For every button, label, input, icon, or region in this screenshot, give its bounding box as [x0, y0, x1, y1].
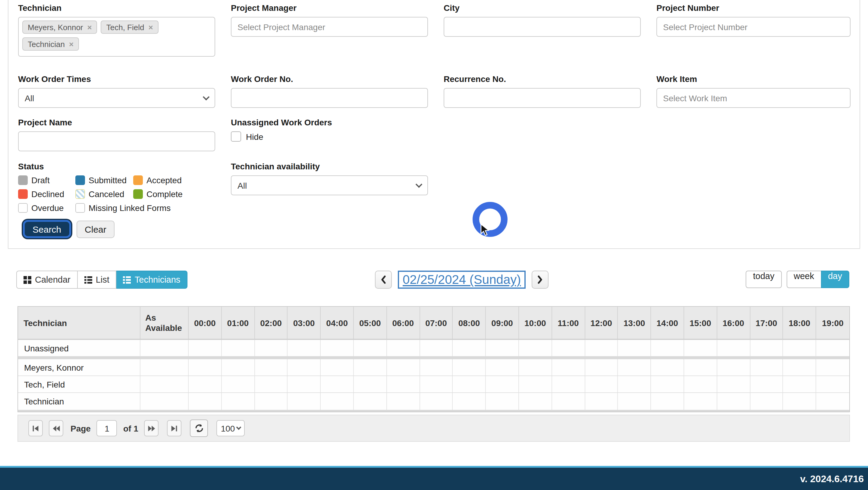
- schedule-cell[interactable]: [651, 393, 684, 410]
- schedule-cell[interactable]: [255, 376, 288, 392]
- next-page-button[interactable]: [144, 420, 159, 436]
- schedule-cell[interactable]: [783, 393, 816, 410]
- schedule-cell[interactable]: [717, 340, 750, 356]
- tab-calendar[interactable]: Calendar: [16, 271, 78, 289]
- next-day-button[interactable]: [532, 271, 549, 289]
- schedule-cell[interactable]: [387, 359, 420, 375]
- today-button[interactable]: today: [746, 271, 782, 288]
- previous-day-button[interactable]: [375, 271, 392, 289]
- status-swatch-icon[interactable]: [75, 203, 85, 213]
- schedule-cell[interactable]: [387, 340, 420, 356]
- schedule-cell[interactable]: [255, 340, 288, 356]
- schedule-cell[interactable]: [717, 376, 750, 392]
- week-button[interactable]: week: [786, 271, 821, 288]
- schedule-cell[interactable]: [585, 393, 618, 410]
- schedule-cell[interactable]: [519, 393, 552, 410]
- status-swatch-icon[interactable]: [18, 175, 28, 185]
- schedule-cell[interactable]: [222, 376, 255, 392]
- project-manager-input[interactable]: [231, 17, 428, 37]
- schedule-cell[interactable]: [141, 393, 189, 410]
- schedule-cell[interactable]: [750, 376, 783, 392]
- schedule-cell[interactable]: [486, 359, 519, 375]
- technician-tag[interactable]: Technician×: [22, 37, 79, 51]
- schedule-cell[interactable]: [519, 376, 552, 392]
- status-swatch-icon[interactable]: [75, 189, 85, 199]
- schedule-cell[interactable]: [189, 359, 222, 375]
- schedule-cell[interactable]: [816, 340, 849, 356]
- schedule-cell[interactable]: [585, 376, 618, 392]
- schedule-cell[interactable]: [585, 340, 618, 356]
- technician-multiselect[interactable]: Meyers, Konnor×Tech, Field×Technician×: [18, 17, 215, 57]
- schedule-cell[interactable]: [420, 340, 453, 356]
- schedule-cell[interactable]: [816, 393, 849, 410]
- schedule-cell[interactable]: [453, 359, 486, 375]
- schedule-cell[interactable]: [420, 376, 453, 392]
- tab-technicians[interactable]: Technicians: [117, 271, 188, 289]
- schedule-cell[interactable]: [453, 376, 486, 392]
- status-swatch-icon[interactable]: [18, 203, 28, 213]
- technician-availability-select[interactable]: All: [231, 175, 428, 195]
- schedule-cell[interactable]: [255, 359, 288, 375]
- technician-tag[interactable]: Meyers, Konnor×: [22, 21, 97, 34]
- schedule-cell[interactable]: [354, 340, 387, 356]
- schedule-cell[interactable]: [354, 376, 387, 392]
- schedule-cell[interactable]: [717, 393, 750, 410]
- schedule-cell[interactable]: [189, 376, 222, 392]
- schedule-cell[interactable]: [321, 376, 354, 392]
- page-size-select[interactable]: 100: [217, 420, 245, 436]
- schedule-cell[interactable]: [618, 393, 651, 410]
- schedule-cell[interactable]: [453, 340, 486, 356]
- schedule-cell[interactable]: [354, 359, 387, 375]
- schedule-cell[interactable]: [750, 393, 783, 410]
- schedule-cell[interactable]: [651, 376, 684, 392]
- city-input[interactable]: [444, 17, 641, 37]
- schedule-cell[interactable]: [618, 376, 651, 392]
- work-item-input[interactable]: [656, 88, 850, 108]
- schedule-cell[interactable]: [387, 376, 420, 392]
- remove-tag-icon[interactable]: ×: [69, 39, 73, 49]
- technician-tag[interactable]: Tech, Field×: [101, 21, 158, 34]
- schedule-cell[interactable]: [288, 359, 321, 375]
- schedule-cell[interactable]: [354, 393, 387, 410]
- schedule-cell[interactable]: [783, 359, 816, 375]
- schedule-cell[interactable]: [519, 340, 552, 356]
- schedule-cell[interactable]: [288, 340, 321, 356]
- remove-tag-icon[interactable]: ×: [87, 23, 92, 32]
- schedule-cell[interactable]: [453, 393, 486, 410]
- schedule-cell[interactable]: [552, 340, 585, 356]
- schedule-cell[interactable]: [321, 359, 354, 375]
- tab-list[interactable]: List: [78, 271, 117, 289]
- schedule-cell[interactable]: [222, 359, 255, 375]
- schedule-cell[interactable]: [783, 340, 816, 356]
- schedule-cell[interactable]: [141, 359, 189, 375]
- schedule-cell[interactable]: [618, 359, 651, 375]
- schedule-cell[interactable]: [222, 393, 255, 410]
- search-button[interactable]: Search: [23, 220, 71, 238]
- schedule-cell[interactable]: [651, 340, 684, 356]
- schedule-cell[interactable]: [486, 340, 519, 356]
- remove-tag-icon[interactable]: ×: [148, 23, 153, 32]
- schedule-cell[interactable]: [552, 359, 585, 375]
- schedule-cell[interactable]: [288, 376, 321, 392]
- schedule-cell[interactable]: [618, 340, 651, 356]
- schedule-cell[interactable]: [387, 393, 420, 410]
- schedule-cell[interactable]: [222, 340, 255, 356]
- schedule-cell[interactable]: [321, 393, 354, 410]
- clear-button[interactable]: Clear: [76, 220, 115, 238]
- status-swatch-icon[interactable]: [133, 189, 143, 199]
- previous-page-button[interactable]: [49, 420, 63, 436]
- schedule-cell[interactable]: [651, 359, 684, 375]
- schedule-cell[interactable]: [684, 393, 717, 410]
- schedule-cell[interactable]: [750, 359, 783, 375]
- schedule-cell[interactable]: [585, 359, 618, 375]
- schedule-cell[interactable]: [717, 359, 750, 375]
- schedule-cell[interactable]: [141, 376, 189, 392]
- schedule-cell[interactable]: [552, 376, 585, 392]
- work-order-no-input[interactable]: [231, 88, 428, 108]
- schedule-cell[interactable]: [420, 393, 453, 410]
- schedule-cell[interactable]: [750, 340, 783, 356]
- schedule-cell[interactable]: [816, 359, 849, 375]
- last-page-button[interactable]: [167, 420, 182, 436]
- hide-checkbox[interactable]: [231, 131, 241, 142]
- schedule-cell[interactable]: [783, 376, 816, 392]
